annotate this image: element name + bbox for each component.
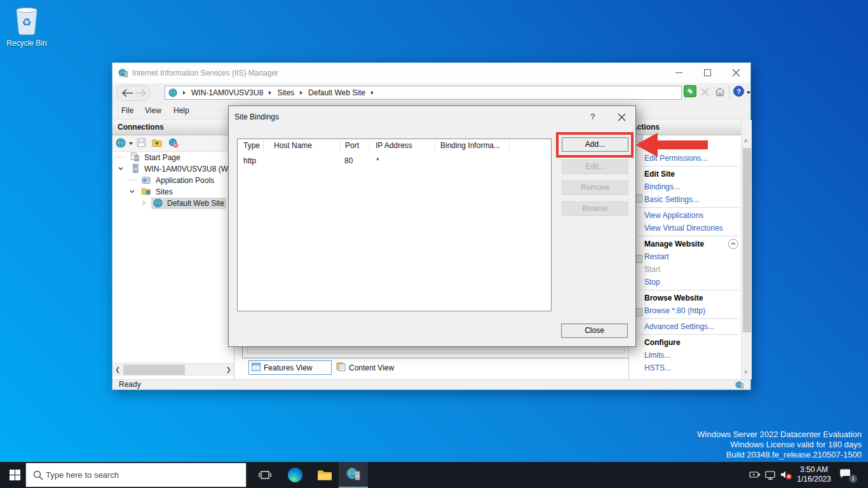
column-header-host-name[interactable]: Host Name (274, 139, 312, 152)
chevron-expanded-icon[interactable] (118, 165, 124, 172)
action-manage-website[interactable]: Manage Website (644, 238, 740, 250)
tree-item-win-1am0vusv3u8-win[interactable]: WIN-1AM0VUSV3U8 (WIN (112, 163, 234, 175)
server-page-icon (130, 152, 139, 163)
action-browse-website[interactable]: Browse Website (644, 292, 740, 304)
dialog-help-button[interactable]: ? (590, 106, 595, 128)
edit-button: Edit... (562, 159, 628, 174)
chevron-collapsed-icon[interactable] (140, 200, 147, 206)
close-icon (732, 69, 740, 77)
recycle-bin-desktop-icon[interactable]: ♻ Recycle Bin (6, 5, 47, 48)
tab-content-view[interactable]: Content View (336, 360, 394, 375)
action-basic-settings[interactable]: Basic Settings... (644, 193, 740, 206)
window-titlebar: Internet Information Services (IIS) Mana… (112, 63, 750, 83)
chevron-expanded-icon[interactable] (129, 188, 135, 194)
watermark-line: Windows License valid for 180 days (697, 440, 862, 450)
address-bar[interactable]: WIN-1AM0VUSV3U8SitesDefault Web Site (165, 86, 682, 100)
bindings-table[interactable]: TypeHost NamePortIP AddressBinding Infor… (237, 139, 552, 311)
action-view-virtual-directories[interactable]: View Virtual Directories (644, 222, 740, 234)
action-hsts[interactable]: HSTS... (644, 362, 740, 374)
collapse-chevron-icon[interactable] (728, 239, 738, 249)
action-configure[interactable]: Configure (644, 336, 740, 349)
column-header-type[interactable]: Type (243, 139, 260, 152)
actions-scrollbar[interactable]: ˄ ˅ (741, 120, 752, 379)
file-explorer-button[interactable] (310, 462, 339, 488)
breadcrumb-item[interactable]: Sites (277, 88, 294, 97)
scroll-left-arrow[interactable]: ❮ (115, 366, 120, 374)
horizontal-scrollbar[interactable]: ❮ ❯ (112, 363, 234, 376)
scroll-right-arrow[interactable]: ❯ (226, 366, 231, 374)
tree-item-label[interactable]: WIN-1AM0VUSV3U8 (WIN (142, 164, 234, 174)
binding-row-cell[interactable]: * (376, 155, 379, 166)
action-edit-site[interactable]: Edit Site (644, 168, 740, 180)
action-limits[interactable]: Limits... (644, 349, 740, 362)
menu-view[interactable]: View (145, 102, 161, 119)
column-header-ip-address[interactable]: IP Address (376, 139, 412, 152)
tab-features-view[interactable]: Features View (248, 360, 332, 375)
tree-item-sites[interactable]: Sites (112, 186, 234, 198)
scroll-down-arrow[interactable]: ˅ (744, 369, 747, 376)
dialog-close-icon[interactable] (618, 113, 626, 121)
clock-date: 1/16/2023 (791, 475, 837, 484)
taskbar-search[interactable]: Type here to search (25, 463, 247, 487)
tree-item-label[interactable]: Sites (154, 187, 175, 197)
column-header-port[interactable]: Port (345, 139, 359, 152)
home-icon[interactable] (714, 86, 726, 100)
back-button[interactable] (121, 89, 133, 97)
tree-item-label[interactable]: Default Web Site (165, 198, 226, 208)
create-connection-icon[interactable] (116, 138, 126, 151)
windows-logo-icon (10, 470, 20, 480)
column-header-binding-informa[interactable]: Binding Informa... (440, 139, 500, 152)
scrollbar-thumb[interactable] (123, 365, 185, 375)
taskbar-clock[interactable]: 3:50 AM 1/16/2023 (791, 465, 837, 484)
iis-taskbar-button[interactable] (339, 462, 368, 488)
refresh-icon[interactable] (684, 85, 696, 100)
action-view-applications[interactable]: View Applications (644, 209, 740, 222)
app-pools-icon (142, 175, 151, 186)
close-dialog-button[interactable]: Close (561, 323, 628, 338)
close-button[interactable] (722, 63, 750, 83)
action-browse-80-http[interactable]: Browse *:80 (http) (644, 304, 740, 317)
breadcrumb-item[interactable]: Default Web Site (308, 88, 365, 97)
actions-separator (637, 236, 740, 236)
action-stop[interactable]: Stop (644, 276, 740, 288)
window-title: Internet Information Services (IIS) Mana… (132, 63, 278, 83)
menu-file[interactable]: File (121, 102, 133, 119)
breadcrumb-item[interactable]: WIN-1AM0VUSV3U8 (191, 88, 263, 97)
power-tray-icon[interactable] (749, 470, 761, 482)
watermark-line: Windows Server 2022 Datacenter Evaluatio… (697, 430, 862, 440)
column-separator (263, 140, 264, 151)
help-icon[interactable]: ? (733, 86, 744, 99)
action-restart[interactable]: Restart (644, 250, 740, 263)
scroll-up-arrow[interactable]: ˄ (744, 138, 747, 144)
up-folder-icon[interactable] (152, 138, 162, 151)
tree-item-label[interactable]: Application Pools (154, 175, 216, 186)
tree-item-default-web-site[interactable]: Default Web Site (112, 198, 234, 209)
breadcrumb: WIN-1AM0VUSV3U8SitesDefault Web Site (165, 86, 681, 99)
forward-button[interactable] (135, 89, 147, 97)
server-icon (130, 164, 139, 175)
help-dropdown-caret[interactable] (747, 92, 750, 94)
actions-list: Edit Permissions...Edit SiteBindings...B… (644, 152, 740, 374)
menu-help[interactable]: Help (173, 102, 189, 119)
task-view-icon (259, 470, 271, 481)
tree-guide-line (116, 157, 125, 158)
tree-item-label[interactable]: Start Page (142, 152, 182, 163)
dialog-title: Site Bindings (234, 106, 279, 128)
action-bindings[interactable]: Bindings... (644, 180, 740, 193)
connection-dropdown-caret[interactable] (129, 142, 133, 145)
svg-text:?: ? (736, 88, 741, 95)
minimize-button[interactable] (665, 63, 693, 83)
status-text: Ready (119, 380, 141, 390)
tree-item-start-page[interactable]: Start Page (112, 152, 234, 163)
binding-row-cell[interactable]: 80 (344, 155, 353, 166)
actions-scroll-thumb[interactable] (743, 148, 751, 332)
disconnect-icon[interactable] (168, 138, 179, 151)
maximize-button[interactable] (693, 63, 722, 83)
action-advanced-settings[interactable]: Advanced Settings... (644, 320, 740, 333)
network-tray-icon[interactable] (765, 470, 776, 482)
tree-item-application-pools[interactable]: Application Pools (112, 175, 234, 186)
task-view-button[interactable] (250, 462, 280, 488)
binding-row-cell[interactable]: http (243, 155, 256, 166)
maximize-icon (704, 69, 711, 76)
edge-taskbar-button[interactable] (280, 462, 309, 488)
